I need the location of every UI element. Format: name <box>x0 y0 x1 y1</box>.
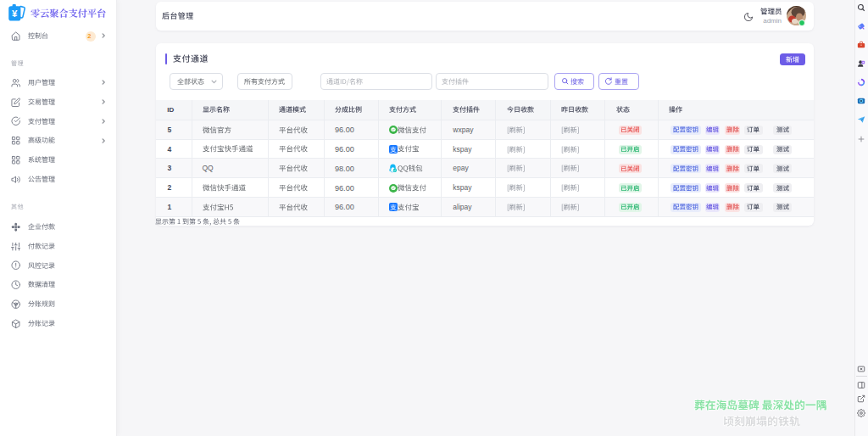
svg-text:¥: ¥ <box>12 8 18 19</box>
